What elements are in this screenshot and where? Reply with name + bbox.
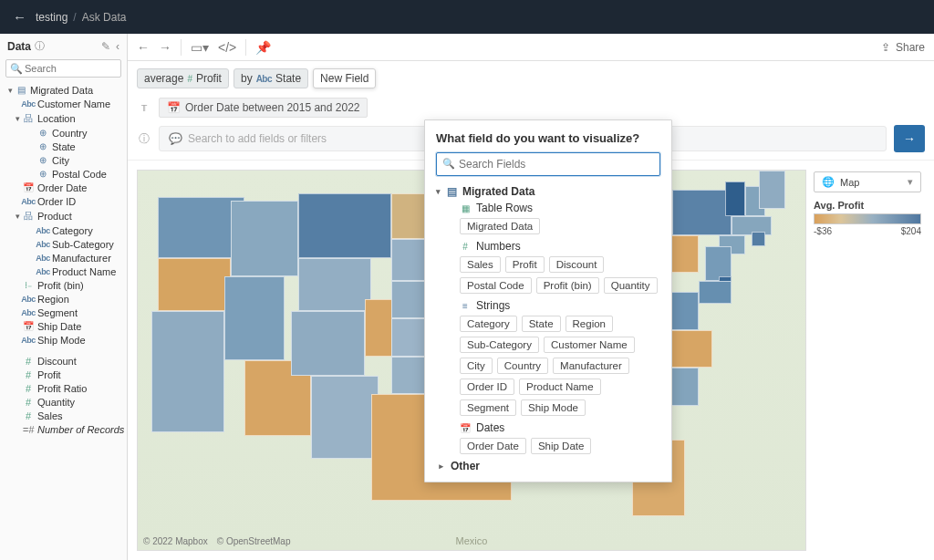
chip-region[interactable]: Region <box>566 316 613 332</box>
chip-category[interactable]: Category <box>460 316 517 332</box>
field-profit-bin-[interactable]: ⁞₋Profit (bin) <box>0 278 127 292</box>
field-location[interactable]: ▾品Location <box>0 110 127 126</box>
field-ship-date[interactable]: 📅Ship Date <box>0 319 127 333</box>
viz-toolbar: ← → ▭▾ </> 📌 ⇪ Share <box>128 34 934 61</box>
chip-customer-name[interactable]: Customer Name <box>544 337 635 353</box>
legend-high: $204 <box>901 226 921 236</box>
filter-chip-orderdate[interactable]: 📅 Order Date between 2015 and 2022 <box>159 98 368 118</box>
legend-title: Avg. Profit <box>814 200 921 211</box>
breadcrumb-sep: / <box>73 11 76 24</box>
chip-state[interactable]: State <box>522 316 561 332</box>
field-search-input[interactable] <box>436 152 660 176</box>
field-quantity[interactable]: #Quantity <box>0 395 127 409</box>
field-postal-code[interactable]: ⊕Postal Code <box>0 167 127 181</box>
sub-strings: ≡ Strings <box>460 299 660 312</box>
field-segment[interactable]: AbcSegment <box>0 306 127 319</box>
pin-icon[interactable]: 📌 <box>255 40 271 55</box>
pill-new-field[interactable]: New Field <box>313 68 376 88</box>
submit-button[interactable]: → <box>894 125 925 152</box>
sub-numbers: # Numbers <box>460 240 660 253</box>
chip-profit[interactable]: Profit <box>505 256 545 273</box>
pill-shelf: average # Profit by Abc State New Field <box>128 61 934 94</box>
field-profit[interactable]: #Profit <box>0 368 127 381</box>
chip-ship-mode[interactable]: Ship Mode <box>521 399 586 416</box>
search-icon: 🔍 <box>442 158 455 170</box>
field-order-id[interactable]: AbcOrder ID <box>0 194 127 208</box>
nav-back-icon[interactable]: ← <box>137 40 150 55</box>
code-icon[interactable]: </> <box>218 40 236 55</box>
field-product[interactable]: ▾品Product <box>0 208 127 223</box>
chip-ship-date[interactable]: Ship Date <box>531 438 592 454</box>
field-city[interactable]: ⊕City <box>0 153 127 167</box>
pill-dimension[interactable]: by Abc State <box>234 68 308 88</box>
field-country[interactable]: ⊕Country <box>0 126 127 140</box>
map-attrib-mapbox[interactable]: © 2022 Mapbox <box>143 536 208 546</box>
chat-icon: 💬 <box>169 132 182 145</box>
chip-product-name[interactable]: Product Name <box>519 379 601 395</box>
sidebar-search-input[interactable] <box>5 59 121 78</box>
chip-order-date[interactable]: Order Date <box>460 438 526 454</box>
group-datasource[interactable]: ▾ ▤ Migrated Data <box>434 185 660 198</box>
chip-profit-bin-[interactable]: Profit (bin) <box>536 277 599 294</box>
search-icon: 🔍 <box>10 63 23 75</box>
share-button[interactable]: Share <box>896 41 925 54</box>
new-field-popover: What field do you want to visualize? 🔍 ▾… <box>424 119 672 482</box>
field-state[interactable]: ⊕State <box>0 140 127 153</box>
edit-icon[interactable]: ✎ <box>101 40 110 53</box>
map-attrib-osm[interactable]: © OpenStreetMap <box>217 536 291 546</box>
chip-quantity[interactable]: Quantity <box>604 277 658 294</box>
field-product-name[interactable]: AbcProduct Name <box>0 264 127 278</box>
field-discount[interactable]: #Discount <box>0 354 127 368</box>
sub-dates: 📅 Dates <box>460 421 660 434</box>
field-order-date[interactable]: 📅Order Date <box>0 181 127 194</box>
help-icon[interactable]: ⓘ <box>137 131 151 147</box>
main-panel: ← → ▭▾ </> 📌 ⇪ Share average # Profit by… <box>128 34 934 560</box>
legend-low: -$36 <box>814 226 832 236</box>
field-category[interactable]: AbcCategory <box>0 223 127 237</box>
info-icon[interactable]: ⓘ <box>35 39 45 53</box>
field-tree: ▾ ▤ Migrated Data AbcCustomer Name▾品Loca… <box>0 83 127 560</box>
chip-city[interactable]: City <box>460 358 493 374</box>
pill-aggregation[interactable]: average # Profit <box>137 68 229 88</box>
chip-manufacturer[interactable]: Manufacturer <box>553 358 629 374</box>
group-other[interactable]: ▾ Other <box>436 460 660 472</box>
field-ship-mode[interactable]: AbcShip Mode <box>0 333 127 347</box>
breadcrumb-project[interactable]: testing <box>36 11 67 24</box>
chip-discount[interactable]: Discount <box>549 256 605 273</box>
chip-sales[interactable]: Sales <box>460 256 501 273</box>
field-region[interactable]: AbcRegion <box>0 292 127 306</box>
back-arrow-icon[interactable]: ← <box>13 9 26 25</box>
field-number-of-records[interactable]: =#Number of Records <box>0 422 127 436</box>
chip[interactable]: Migrated Data <box>460 218 540 234</box>
field-sub-category[interactable]: AbcSub-Category <box>0 237 127 251</box>
chevron-down-icon: ▾ <box>908 176 913 188</box>
breadcrumb-page: Ask Data <box>82 11 127 24</box>
sub-tablerows: ▦ Table Rows <box>460 202 660 214</box>
title-bar: ← testing / Ask Data <box>0 0 934 34</box>
filter-icon[interactable]: ⫪ <box>137 102 151 113</box>
legend-panel: 🌐 Map ▾ Avg. Profit -$36 $204 <box>814 171 921 236</box>
filter-row: ⫪ 📅 Order Date between 2015 and 2022 <box>128 94 934 121</box>
map-label-mexico: Mexico <box>456 535 488 546</box>
chip-segment[interactable]: Segment <box>460 399 516 416</box>
viztype-dropdown[interactable]: 🌐 Map ▾ <box>814 171 921 192</box>
share-icon[interactable]: ⇪ <box>881 41 890 54</box>
popover-title: What field do you want to visualize? <box>436 131 660 145</box>
chip-order-id[interactable]: Order ID <box>460 379 514 395</box>
field-customer-name[interactable]: AbcCustomer Name <box>0 97 127 110</box>
chip-country[interactable]: Country <box>497 358 548 374</box>
chip-sub-category[interactable]: Sub-Category <box>460 337 539 353</box>
sidebar-title: Data <box>7 40 31 53</box>
field-manufacturer[interactable]: AbcManufacturer <box>0 251 127 264</box>
field-sales[interactable]: #Sales <box>0 409 127 422</box>
globe-icon: 🌐 <box>822 176 835 188</box>
datasource-node[interactable]: ▾ ▤ Migrated Data <box>0 83 127 97</box>
present-icon[interactable]: ▭▾ <box>191 40 209 55</box>
collapse-sidebar-icon[interactable]: ‹ <box>116 40 119 53</box>
chip-postal-code[interactable]: Postal Code <box>460 277 532 294</box>
field-profit-ratio[interactable]: #Profit Ratio <box>0 381 127 395</box>
data-sidebar: Data ⓘ ✎ ‹ 🔍 ▾ ▤ Migrated Data AbcCustom… <box>0 34 128 560</box>
legend-gradient <box>814 213 921 224</box>
nav-fwd-icon[interactable]: → <box>159 40 171 55</box>
